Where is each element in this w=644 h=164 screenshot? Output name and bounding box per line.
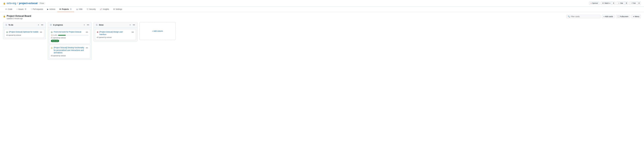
fork-button[interactable]: ⑂ Fork — [629, 2, 637, 5]
column-done-header: 1 Done + ••• — [94, 22, 137, 28]
card-meta: #2 opened by octocat — [97, 37, 134, 38]
card-header: ⊗ [Project Octocat] Design user interfac… — [97, 31, 134, 36]
security-icon: 🛡 — [87, 8, 88, 10]
column-inprogress-header: 2 In progress + ••• — [48, 22, 92, 28]
card-progress: 📋 1 of 4 — [51, 34, 88, 36]
tab-projects[interactable]: ⊞ Projects 1 — [57, 7, 74, 12]
done-menu-button[interactable]: ••• — [132, 24, 136, 26]
add-column-label: + Add column — [152, 30, 163, 32]
projects-count: 1 — [70, 8, 72, 10]
watch-count[interactable]: 0 — [612, 2, 616, 5]
progress-bar — [58, 35, 88, 36]
card-title: [Project Octocat] Develop functionality … — [54, 47, 84, 54]
card-header: ◎ [Project Octocat] Optimize for mobile … — [6, 31, 43, 34]
watch-group: 👁 Watch ▾ 0 — [600, 2, 616, 5]
card-menu-button[interactable]: ••• — [131, 31, 134, 34]
card-menu-button[interactable]: ••• — [40, 31, 43, 34]
column-in-progress: 2 In progress + ••• ◎ Front-end work for… — [48, 22, 92, 60]
tab-insights[interactable]: 📈 Insights — [98, 7, 111, 12]
project-title-area: 🔒 Project Octocat Board Updated 2 minute… — [3, 15, 31, 20]
issues-icon: ○ — [16, 8, 18, 10]
inprogress-add-button[interactable]: + — [83, 24, 86, 26]
card-meta: #1 opened by octocat — [51, 37, 88, 39]
insights-icon: 📈 — [100, 8, 102, 10]
project-updated: Updated 2 minutes ago — [7, 18, 31, 20]
tab-wiki[interactable]: 📖 Wiki — [74, 7, 84, 12]
project-lock-icon: 🔒 — [3, 15, 6, 18]
card-header: ◎ Front-end work for Project Octocat ••• — [51, 31, 88, 34]
fullscreen-button[interactable]: ⛶ Fullscreen — [616, 15, 630, 18]
table-row[interactable]: ◎ [Project Octocat] Optimize for mobile … — [4, 29, 44, 38]
tab-actions[interactable]: ▶ Actions — [45, 7, 57, 12]
heart-icon: ♥ — [591, 2, 592, 4]
column-todo: 1 To do + ••• ◎ [Project Octocat] Optimi… — [3, 22, 46, 39]
card-meta: #4 opened by octocat — [6, 34, 43, 36]
lock-icon: 🔒 — [3, 2, 6, 5]
search-icon: 🔍 — [568, 16, 570, 18]
nav-tabs: <> Code ○ Issues 3 ⑂ Pull requests ▶ Act… — [0, 7, 644, 12]
card-title: [Project Octocat] Optimize for mobile — [9, 31, 38, 33]
done-count: 1 — [96, 24, 98, 26]
fork-icon: ⑂ — [631, 2, 632, 4]
filter-input-wrap: 🔍 — [566, 15, 600, 18]
menu-button[interactable]: ≡ Menu — [632, 15, 641, 18]
card-meta: #3 opened by octocat — [51, 55, 88, 57]
wiki-icon: 📖 — [76, 8, 78, 10]
fullscreen-icon: ⛶ — [618, 16, 620, 18]
table-row[interactable]: ◎ [Project Octocat] Develop functionalit… — [49, 45, 90, 58]
card-title: Front-end work for Project Octocat — [54, 31, 81, 33]
star-button[interactable]: ☆ Star — [616, 2, 625, 5]
filter-input[interactable] — [571, 16, 599, 18]
actions-icon: ▶ — [47, 8, 48, 10]
card-menu-button[interactable]: ••• — [85, 31, 88, 34]
repo-title: 🔒 octo-org / project-octocat Private — [3, 2, 45, 5]
todo-count: 1 — [5, 24, 8, 26]
inprogress-menu-button[interactable]: ••• — [86, 24, 90, 26]
top-bar: 🔒 octo-org / project-octocat Private ♥ S… — [0, 0, 644, 7]
card-header: ◎ [Project Octocat] Develop functionalit… — [51, 47, 88, 54]
chevron-down-icon: ▾ — [610, 2, 610, 4]
done-add-button[interactable]: + — [129, 24, 131, 26]
done-name: Done — [99, 24, 104, 26]
todo-add-button[interactable]: + — [37, 24, 40, 26]
fork-count[interactable]: 0 — [637, 2, 641, 5]
fork-group: ⑂ Fork 0 — [629, 2, 641, 5]
tab-pull-requests[interactable]: ⑂ Pull requests — [29, 7, 45, 12]
tab-security[interactable]: 🛡 Security — [84, 7, 98, 12]
top-actions: ♥ Sponsor 👁 Watch ▾ 0 ☆ Star 0 ⑂ Fork 0 — [589, 2, 641, 5]
done-body: ⊗ [Project Octocat] Design user interfac… — [94, 28, 137, 41]
star-count[interactable]: 0 — [625, 2, 628, 5]
tab-settings[interactable]: ⚙ Settings — [111, 7, 124, 12]
settings-icon: ⚙ — [113, 8, 115, 10]
status-closed-icon: ⊗ — [97, 31, 98, 33]
add-column-button[interactable]: + Add column — [140, 22, 176, 40]
menu-icon: ≡ — [633, 16, 634, 18]
board: 1 To do + ••• ◎ [Project Octocat] Optimi… — [3, 22, 641, 60]
star-icon: ☆ — [618, 2, 620, 4]
org-name-link[interactable]: octo-org — [7, 2, 16, 5]
sponsor-button[interactable]: ♥ Sponsor — [589, 2, 600, 5]
status-open-icon: ◎ — [51, 31, 53, 33]
issues-count: 3 — [24, 8, 27, 10]
star-group: ☆ Star 0 — [616, 2, 628, 5]
tab-code[interactable]: <> Code — [3, 7, 14, 12]
add-cards-button[interactable]: + Add cards — [602, 15, 615, 18]
inprogress-name: In progress — [53, 24, 63, 26]
progress-text: 📋 1 of 4 — [51, 34, 57, 36]
table-row[interactable]: ⊗ [Project Octocat] Design user interfac… — [95, 29, 136, 40]
inprogress-body: ◎ Front-end work for Project Octocat •••… — [48, 28, 92, 60]
tab-issues[interactable]: ○ Issues 3 — [14, 7, 29, 12]
todo-menu-button[interactable]: ••• — [40, 24, 44, 26]
status-progress-icon: ◎ — [51, 47, 53, 49]
todo-body: ◎ [Project Octocat] Optimize for mobile … — [3, 28, 46, 39]
projects-icon: ⊞ — [60, 8, 61, 10]
project-area: 🔒 Project Octocat Board Updated 2 minute… — [0, 12, 644, 62]
project-controls: 🔍 + Add cards ⛶ Fullscreen ≡ Menu — [566, 15, 641, 18]
code-icon: <> — [5, 8, 7, 10]
watch-button[interactable]: 👁 Watch ▾ — [600, 2, 612, 5]
table-row[interactable]: ◎ Front-end work for Project Octocat •••… — [49, 29, 90, 44]
project-title: Project Octocat Board — [7, 15, 31, 18]
card-menu-button[interactable]: ••• — [85, 47, 88, 49]
progress-fill — [58, 35, 66, 36]
repo-name-link[interactable]: project-octocat — [19, 2, 38, 5]
